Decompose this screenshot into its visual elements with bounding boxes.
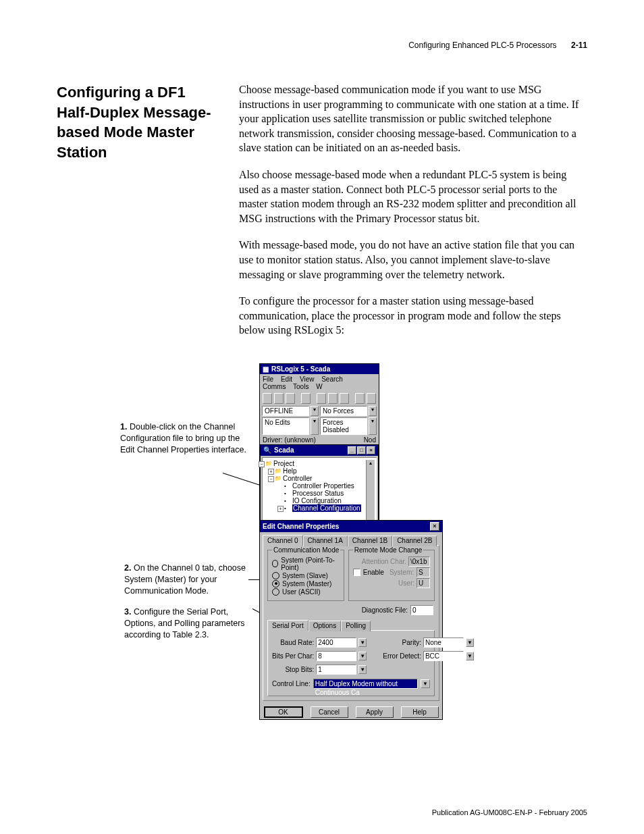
chevron-down-icon[interactable]: ▼ — [358, 638, 367, 647]
baud-rate-field[interactable]: 2400 — [316, 637, 356, 648]
tree-help[interactable]: +Help — [275, 467, 366, 475]
tab-channel-0[interactable]: Channel 0 — [263, 535, 303, 546]
parity-label: Parity: — [383, 639, 421, 646]
paragraph: Choose message-based communication mode … — [239, 82, 587, 155]
control-line-field[interactable]: Half Duplex Modem without Continuous Ca — [313, 679, 418, 689]
tree-project[interactable]: −Project +Help −Controller Controller Pr… — [265, 460, 366, 512]
tree-io-configuration[interactable]: IO Configuration — [284, 497, 366, 504]
open-icon[interactable] — [274, 393, 284, 404]
diagnostic-file-label: Diagnostic File: — [362, 606, 408, 614]
system-label: System: — [390, 569, 414, 576]
error-detect-label: Error Detect: — [383, 652, 421, 660]
rslogix-window: ▦ RSLogix 5 - Scada File Edit View Searc… — [259, 363, 379, 536]
undo-icon[interactable] — [355, 393, 365, 404]
annotation-1: 1. Double-click on the Channel Configura… — [120, 421, 257, 456]
tree-processor-status[interactable]: Processor Status — [284, 490, 366, 497]
tab-channel-2b[interactable]: Channel 2B — [392, 536, 437, 546]
dropdown-icon[interactable]: ▾ — [311, 406, 319, 416]
menu-file[interactable]: File — [263, 375, 273, 383]
tab-serial-port[interactable]: Serial Port — [267, 620, 308, 631]
channel-tabs: Channel 0 Channel 1A Channel 1B Channel … — [260, 532, 442, 545]
bits-per-char-label: Bits Per Char: — [272, 652, 314, 660]
system-field: S — [417, 567, 430, 577]
group-legend: Communication Mode — [272, 546, 340, 554]
menu-comms[interactable]: Comms — [263, 383, 286, 390]
user-field: U — [417, 578, 430, 588]
radio-system-ptp[interactable]: System (Point-To-Point) — [272, 556, 340, 571]
minimize-icon[interactable]: _ — [348, 446, 356, 454]
parity-field[interactable]: None — [423, 637, 464, 648]
tree-controller[interactable]: −Controller Controller Properties Proces… — [275, 475, 366, 512]
save-icon[interactable] — [286, 393, 295, 404]
communication-mode-group: Communication Mode System (Point-To-Poin… — [267, 550, 344, 601]
toolbar — [260, 392, 379, 405]
annotation-2: 2. On the Channel 0 tab, choose System (… — [124, 563, 257, 597]
menu-view[interactable]: View — [300, 375, 315, 383]
forces-status: No Forces — [320, 406, 367, 416]
tab-channel-1b[interactable]: Channel 1B — [348, 536, 392, 546]
menu-tools[interactable]: Tools — [293, 383, 308, 390]
tree-controller-properties[interactable]: Controller Properties — [284, 482, 366, 490]
enable-checkbox[interactable] — [353, 569, 360, 576]
user-label: User: — [398, 579, 414, 587]
close-icon[interactable]: × — [367, 446, 375, 454]
tab-channel-1a[interactable]: Channel 1A — [303, 536, 348, 546]
node-label: Nod — [364, 436, 376, 444]
chevron-down-icon[interactable]: ▼ — [421, 679, 430, 688]
radio-user-ascii[interactable]: User (ASCII) — [272, 588, 340, 596]
window-title: RSLogix 5 - Scada — [271, 365, 330, 373]
paste-icon[interactable] — [340, 393, 349, 404]
dialog-buttons: OK Cancel Apply Help — [260, 704, 442, 719]
serial-subtabs: Serial Port Options Polling — [267, 619, 435, 630]
menu-search[interactable]: Search — [321, 375, 343, 383]
app-icon: ▦ — [263, 365, 269, 373]
chevron-down-icon[interactable]: ▼ — [358, 665, 367, 674]
tree-icon: 🔍 — [263, 446, 271, 454]
redo-icon[interactable] — [367, 393, 376, 404]
menu-edit[interactable]: Edit — [281, 375, 292, 383]
remote-mode-change-group: Remote Mode Change Attention Char.\0x1b … — [348, 550, 435, 601]
paragraph: With message-based mode, you do not have… — [239, 238, 587, 282]
tab-polling[interactable]: Polling — [341, 621, 371, 631]
radio-system-master[interactable]: System (Master) — [272, 580, 340, 588]
menu-window[interactable]: W — [316, 383, 322, 390]
attention-char-field: \0x1b — [408, 556, 430, 567]
copy-icon[interactable] — [328, 393, 338, 404]
edit-channel-properties-dialog: Edit Channel Properties × Channel 0 Chan… — [259, 520, 443, 720]
error-detect-field[interactable]: BCC — [423, 651, 464, 661]
print-icon[interactable] — [301, 393, 311, 404]
dropdown-icon[interactable]: ▾ — [369, 417, 377, 435]
stop-bits-field[interactable]: 1 — [316, 664, 356, 675]
radio-system-slave[interactable]: System (Slave) — [272, 572, 340, 579]
new-icon[interactable] — [263, 393, 272, 404]
page-number: 2-11 — [571, 41, 587, 50]
online-status: OFFLINE — [262, 406, 309, 416]
tab-options[interactable]: Options — [308, 621, 341, 631]
apply-button[interactable]: Apply — [356, 706, 394, 718]
driver-label: Driver: (unknown) — [263, 436, 316, 444]
dialog-title: Edit Channel Properties — [263, 523, 339, 530]
paragraph: Also choose message-based mode when a re… — [239, 167, 587, 226]
help-button[interactable]: Help — [401, 706, 439, 718]
window-titlebar: ▦ RSLogix 5 - Scada — [260, 364, 379, 374]
menubar[interactable]: File Edit View Search Comms Tools W — [260, 374, 379, 392]
chevron-down-icon[interactable]: ▼ — [466, 638, 474, 647]
cut-icon[interactable] — [317, 393, 326, 404]
running-header: Configuring Enhanced PLC-5 Processors 2-… — [57, 41, 587, 50]
control-line-label: Control Line: — [272, 680, 311, 687]
close-icon[interactable]: × — [430, 522, 439, 531]
bits-per-char-field[interactable]: 8 — [316, 651, 356, 661]
tree-channel-configuration[interactable]: +Channel Configuration — [284, 504, 366, 512]
baud-rate-label: Baud Rate: — [272, 639, 314, 646]
dropdown-icon[interactable]: ▾ — [311, 417, 319, 435]
section-heading: Configuring a DF1 Half-Duplex Message-ba… — [57, 82, 220, 163]
cancel-button[interactable]: Cancel — [311, 706, 348, 718]
maximize-icon[interactable]: □ — [357, 446, 366, 454]
chevron-down-icon[interactable]: ▼ — [466, 652, 474, 660]
dropdown-icon[interactable]: ▾ — [369, 406, 377, 416]
ok-button[interactable]: OK — [264, 706, 303, 718]
group-legend: Remote Mode Change — [353, 546, 424, 554]
paragraph: To configure the processor for a master … — [239, 294, 587, 338]
chevron-down-icon[interactable]: ▼ — [358, 652, 367, 660]
diagnostic-file-field[interactable]: 0 — [410, 605, 433, 615]
